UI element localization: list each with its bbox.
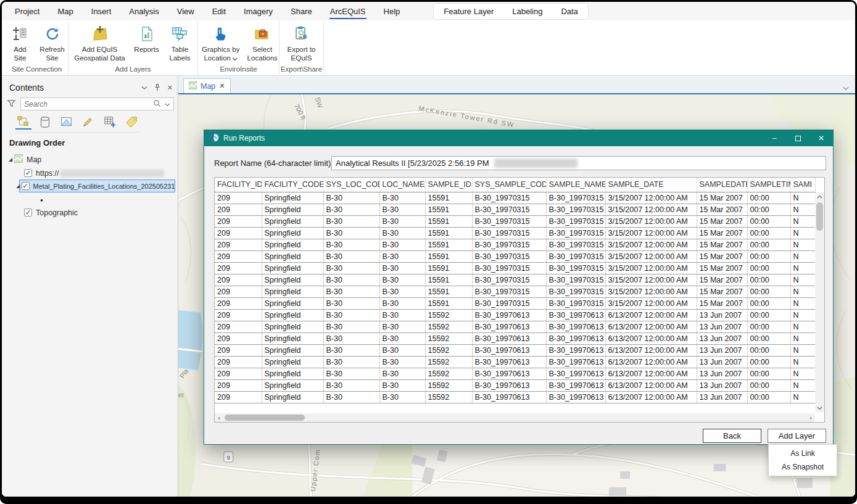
table-row[interactable]: 209SpringfieldB-30B-3015592B-30_19970613… [215, 309, 815, 321]
menu-view[interactable]: View [176, 3, 195, 19]
minimize-button[interactable]: – [763, 130, 786, 146]
search-input[interactable] [24, 100, 153, 109]
menu-share[interactable]: Share [290, 3, 313, 19]
refresh-site-button[interactable]: Refresh Site [37, 23, 68, 64]
back-button[interactable]: Back [703, 429, 761, 443]
search-dropdown-icon[interactable] [165, 100, 170, 109]
table-cell: Springfield [262, 391, 323, 403]
table-cell: Springfield [262, 227, 323, 239]
column-header[interactable]: LOC_NAME [379, 178, 425, 192]
tabbar-chevron-icon[interactable] [843, 82, 849, 93]
panel-close-icon[interactable]: ✕ [167, 84, 173, 92]
menu-analysis[interactable]: Analysis [128, 3, 159, 19]
menu-item-as-link[interactable]: As Link [769, 447, 837, 460]
table-row[interactable]: 209SpringfieldB-30B-3015591B-30_19970315… [215, 286, 815, 297]
menu-help[interactable]: Help [383, 3, 401, 19]
vertical-scrollbar[interactable] [815, 192, 824, 413]
table-row[interactable]: 209SpringfieldB-30B-3015592B-30_19970613… [215, 391, 815, 403]
table-row[interactable]: 209SpringfieldB-30B-3015592B-30_19970613… [215, 321, 815, 333]
filter-icon[interactable] [7, 99, 16, 110]
table-row[interactable]: 209SpringfieldB-30B-3015591B-30_19970315… [215, 274, 815, 286]
tab-data[interactable]: Data [561, 7, 578, 16]
dialog-title-bar[interactable]: Run Reports – ✕ [204, 130, 833, 146]
column-header[interactable]: SAMPLE_NAME [546, 178, 605, 192]
search-icon[interactable] [153, 99, 161, 109]
tab-drawing-order[interactable] [15, 115, 31, 130]
layer-item-https[interactable]: ✓ https:// [24, 167, 175, 180]
pin-icon[interactable] [154, 83, 161, 93]
tab-feature-layer[interactable]: Feature Layer [444, 7, 494, 16]
close-button[interactable]: ✕ [809, 130, 833, 146]
column-header[interactable]: SYS_SAMPLE_CODE [472, 178, 546, 192]
tab-labeling[interactable]: Labeling [512, 7, 542, 16]
tab-add-table[interactable] [102, 115, 118, 130]
table-cell: 15 Mar 2007 [697, 239, 747, 250]
tab-labeling[interactable] [123, 115, 139, 130]
table-labels-button[interactable]: Table Labels [165, 23, 196, 64]
reports-button[interactable]: Reports [131, 23, 162, 54]
layer-item-metal-plating-selected[interactable]: ◢ ✓ Metal_Plating_Facilities_Locations_2… [19, 180, 175, 192]
add-equis-geospatial-data-button[interactable]: Add EQuIS Geospatial Data [71, 23, 129, 64]
layer-symbol-row[interactable]: ● [40, 194, 175, 207]
tab-close-icon[interactable]: ✕ [219, 82, 225, 90]
add-layer-button[interactable]: Add Layer [768, 429, 826, 443]
table-row[interactable]: 209SpringfieldB-30B-3015591B-30_19970315… [215, 262, 815, 274]
table-row[interactable]: 209SpringfieldB-30B-3015591B-30_19970315… [215, 192, 815, 204]
menu-project[interactable]: Project [14, 3, 40, 19]
expander-icon[interactable]: ◢ [7, 157, 14, 162]
scroll-up-icon[interactable] [815, 192, 824, 201]
scroll-left-icon[interactable]: ‹ [215, 413, 223, 422]
menu-item-as-snapshot[interactable]: As Snapshot [769, 460, 837, 474]
horizontal-scrollbar[interactable]: ‹ › [215, 413, 815, 422]
report-name-input[interactable]: Analytical Results II [5/23/2025 2:56:19… [331, 156, 826, 170]
table-cell: B-30 [379, 204, 425, 215]
scroll-right-icon[interactable]: › [806, 413, 815, 422]
menu-edit[interactable]: Edit [212, 3, 226, 19]
table-row[interactable]: 209SpringfieldB-30B-3015591B-30_19970315… [215, 204, 815, 215]
menu-arcequis[interactable]: ArcEQuIS [329, 3, 366, 19]
tab-editing[interactable] [80, 115, 96, 130]
layer-item-topographic[interactable]: ✓ Topographic [24, 206, 175, 219]
expander-icon[interactable]: ◢ [15, 183, 22, 189]
tab-selection[interactable] [59, 115, 75, 130]
table-row[interactable]: 209SpringfieldB-30B-3015591B-30_19970315… [215, 250, 815, 262]
menu-map[interactable]: Map [57, 3, 73, 19]
scroll-down-icon[interactable] [815, 404, 824, 413]
menu-insert[interactable]: Insert [91, 3, 112, 19]
panel-chevron-icon[interactable] [141, 84, 147, 91]
vertical-scroll-thumb[interactable] [816, 202, 823, 231]
table-cell: B-30 [379, 344, 425, 356]
menu-imagery[interactable]: Imagery [243, 3, 273, 19]
layer-checkbox[interactable]: ✓ [22, 182, 30, 190]
layer-checkbox[interactable]: ✓ [24, 169, 32, 177]
map-tab[interactable]: Map ✕ [183, 78, 231, 93]
table-row[interactable]: 209SpringfieldB-30B-3015591B-30_19970315… [215, 297, 815, 309]
column-header[interactable]: FACILITY_ID [215, 178, 262, 192]
column-header[interactable]: SAMPLEDATE [697, 178, 747, 192]
table-cell: 3/15/2007 12:00:00 AM [605, 262, 697, 274]
table-row[interactable]: 209SpringfieldB-30B-3015592B-30_19970613… [215, 333, 815, 344]
table-row[interactable]: 209SpringfieldB-30B-3015592B-30_19970613… [215, 379, 815, 391]
layer-item-map[interactable]: ◢ Map [7, 153, 175, 166]
tab-data-sources[interactable] [37, 115, 53, 130]
column-header[interactable]: SYS_LOC_CODE [323, 178, 379, 192]
horizontal-scroll-thumb[interactable] [225, 415, 305, 421]
table-row[interactable]: 209SpringfieldB-30B-3015592B-30_19970613… [215, 368, 815, 379]
table-row[interactable]: 209SpringfieldB-30B-3015592B-30_19970613… [215, 356, 815, 368]
add-site-button[interactable]: Add Site [6, 23, 35, 64]
maximize-button[interactable] [786, 130, 809, 146]
column-header[interactable]: SAMPLE_DATE [605, 178, 697, 192]
table-row[interactable]: 209SpringfieldB-30B-3015591B-30_19970315… [215, 227, 815, 239]
layer-checkbox[interactable]: ✓ [24, 209, 32, 217]
column-header[interactable]: SAMPLETIME [747, 178, 790, 192]
column-header[interactable]: SAMI [790, 178, 815, 192]
table-row[interactable]: 209SpringfieldB-30B-3015592B-30_19970613… [215, 344, 815, 356]
column-header[interactable]: SAMPLE_ID [425, 178, 472, 192]
table-row[interactable]: 209SpringfieldB-30B-3015591B-30_19970315… [215, 239, 815, 250]
select-locations-button[interactable]: Select Locations [246, 23, 279, 64]
export-to-equis-button[interactable]: Export to EQuIS [283, 23, 320, 64]
column-header[interactable]: FACILITY_CODE [262, 178, 323, 192]
table-row[interactable]: 209SpringfieldB-30B-3015591B-30_19970315… [215, 215, 815, 227]
table-cell: 13 Jun 2007 [697, 309, 747, 321]
graphics-by-location-button[interactable]: Graphics by Location [198, 23, 243, 64]
